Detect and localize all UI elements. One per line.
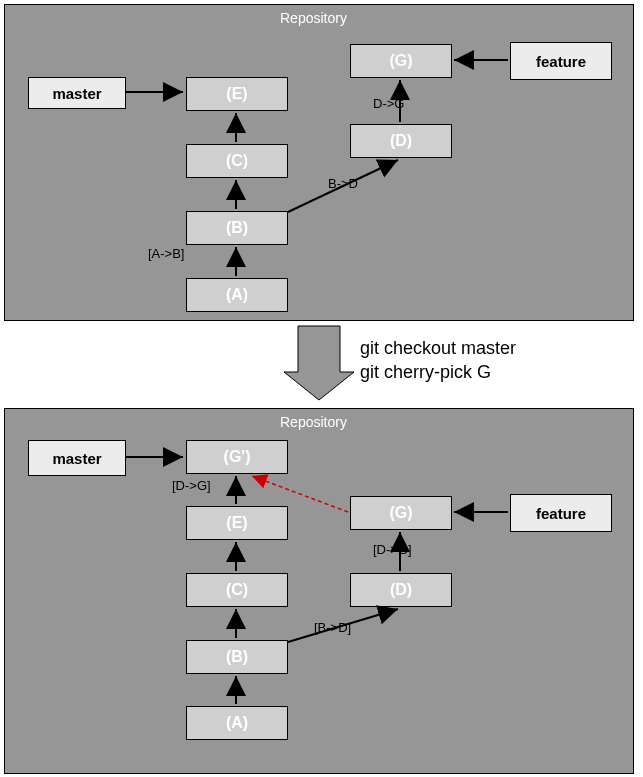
node-a-top: (A) — [186, 278, 288, 312]
node-b-bottom: (B) — [186, 640, 288, 674]
node-b-top: (B) — [186, 211, 288, 245]
edge-label-bd-top: B->D — [328, 176, 358, 191]
panel-title-top: Repository — [280, 10, 347, 26]
branch-feature-bottom: feature — [510, 494, 612, 532]
node-a-bottom: (A) — [186, 706, 288, 740]
edge-label-bd-bottom: [B->D] — [314, 620, 351, 635]
edge-label-dg-top: D->G — [373, 96, 404, 111]
panel-title-bottom: Repository — [280, 414, 347, 430]
branch-feature-top: feature — [510, 42, 612, 80]
command-cherry-pick: git cherry-pick G — [360, 362, 491, 383]
node-e-bottom: (E) — [186, 506, 288, 540]
node-c-top: (C) — [186, 144, 288, 178]
node-d-bottom: (D) — [350, 573, 452, 607]
node-d-top: (D) — [350, 124, 452, 158]
node-gprime-bottom: (G') — [186, 440, 288, 474]
node-e-top: (E) — [186, 77, 288, 111]
branch-master-bottom: master — [28, 440, 126, 476]
node-c-bottom: (C) — [186, 573, 288, 607]
edge-label-ab-top: [A->B] — [148, 246, 185, 261]
edge-label-dg2-bottom: [D->G] — [373, 542, 412, 557]
node-g-top: (G) — [350, 44, 452, 78]
node-g-bottom: (G) — [350, 496, 452, 530]
command-checkout: git checkout master — [360, 338, 516, 359]
branch-master-top: master — [28, 77, 126, 109]
edge-label-dg1-bottom: [D->G] — [172, 478, 211, 493]
